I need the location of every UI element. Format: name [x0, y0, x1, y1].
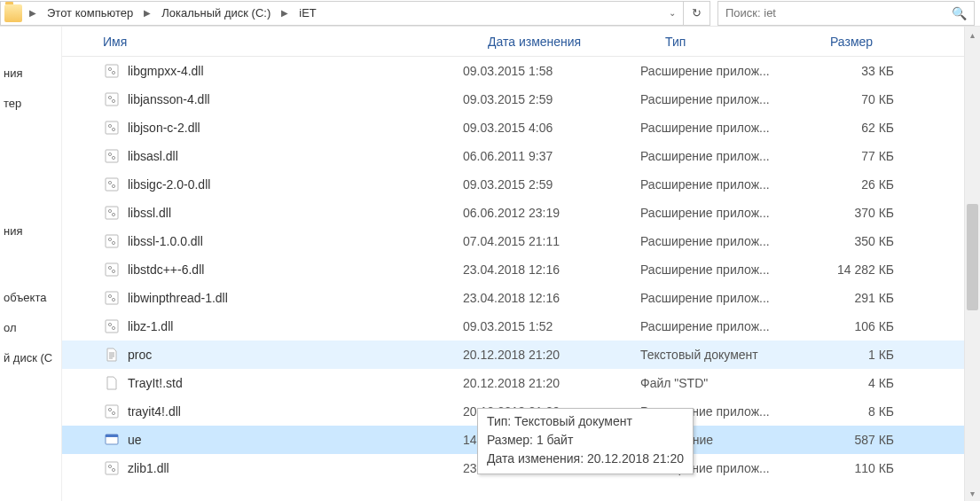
- breadcrumb-local-disk[interactable]: Локальный диск (C:): [154, 2, 278, 25]
- file-row[interactable]: libgmpxx-4.dll09.03.2015 1:58Расширение …: [62, 57, 964, 85]
- file-name: libssl.dll: [128, 206, 171, 220]
- address-bar: ▶ Этот компьютер ▶ Локальный диск (C:) ▶…: [0, 0, 980, 27]
- file-size: 4 КБ: [805, 376, 903, 390]
- column-header-date[interactable]: Дата изменения: [488, 35, 665, 49]
- file-type: Расширение прилож...: [640, 177, 805, 192]
- search-icon[interactable]: 🔍: [952, 6, 967, 20]
- file-date: 20.12.2018 21:20: [463, 348, 640, 362]
- file-row[interactable]: libwinpthread-1.dll23.04.2018 12:16Расши…: [62, 284, 964, 312]
- navigation-pane[interactable]: ния тер ния объекта ол й диск (С: [0, 27, 62, 501]
- column-headers: Имя Дата изменения Тип Размер: [62, 27, 964, 57]
- file-size: 291 КБ: [805, 291, 903, 305]
- dll-icon: [103, 459, 121, 477]
- chevron-right-icon[interactable]: ▶: [140, 8, 154, 18]
- file-type: Файл "STD": [640, 376, 805, 390]
- file-size: 8 КБ: [805, 404, 903, 419]
- file-name: libz-1.dll: [128, 319, 173, 333]
- nav-item[interactable]: й диск (С: [0, 343, 61, 373]
- file-size: 1 КБ: [805, 348, 903, 362]
- file-date: 23.04.2018 12:16: [463, 291, 640, 305]
- folder-icon: [4, 4, 22, 22]
- file-type: Расширение прилож...: [640, 206, 805, 220]
- chevron-right-icon[interactable]: ▶: [278, 8, 292, 18]
- refresh-button[interactable]: ↻: [684, 1, 710, 26]
- file-row[interactable]: libssl-1.0.0.dll07.04.2015 21:11Расширен…: [62, 227, 964, 255]
- svg-rect-9: [106, 150, 118, 162]
- file-type: Расширение прилож...: [640, 92, 805, 106]
- breadcrumb-this-pc[interactable]: Этот компьютер: [40, 2, 140, 25]
- file-list[interactable]: Имя Дата изменения Тип Размер libgmpxx-4…: [62, 27, 964, 501]
- file-row[interactable]: TrayIt!.std20.12.2018 21:20Файл "STD"4 К…: [62, 369, 964, 397]
- file-size: 14 282 КБ: [805, 262, 903, 277]
- file-size: 587 КБ: [805, 433, 903, 447]
- file-date: 23.04.2018 12:16: [463, 262, 640, 277]
- column-header-size[interactable]: Размер: [830, 35, 928, 49]
- file-name: zlib1.dll: [128, 461, 169, 475]
- nav-item[interactable]: тер: [0, 89, 61, 119]
- svg-rect-0: [106, 65, 118, 77]
- file-name: TrayIt!.std: [128, 376, 183, 390]
- txt-icon: [103, 346, 121, 364]
- file-date: 09.03.2015 4:06: [463, 121, 640, 135]
- scroll-down-icon[interactable]: ▾: [965, 485, 980, 501]
- dll-icon: [103, 119, 121, 137]
- file-name: libgmpxx-4.dll: [128, 64, 204, 78]
- file-row[interactable]: libstdc++-6.dll23.04.2018 12:16Расширени…: [62, 255, 964, 284]
- file-size: 70 КБ: [805, 92, 903, 106]
- file-size: 33 КБ: [805, 64, 903, 78]
- file-date: 20.12.2018 21:20: [463, 376, 640, 390]
- search-input[interactable]: [725, 6, 952, 20]
- chevron-right-icon[interactable]: ▶: [26, 8, 40, 18]
- scrollbar-thumb[interactable]: [967, 204, 978, 310]
- file-row[interactable]: proc20.12.2018 21:20Текстовый документ1 …: [62, 341, 964, 369]
- dll-icon: [103, 317, 121, 335]
- vertical-scrollbar[interactable]: ▴ ▾: [964, 27, 980, 501]
- file-date: 09.03.2015 2:59: [463, 92, 640, 106]
- file-size: 370 КБ: [805, 206, 903, 220]
- tooltip: Тип: Текстовый документ Размер: 1 байт Д…: [477, 408, 694, 474]
- file-name: libjson-c-2.dll: [128, 121, 200, 135]
- dll-icon: [103, 232, 121, 250]
- file-type: Текстовый документ: [640, 348, 805, 362]
- svg-rect-24: [106, 292, 118, 304]
- dll-icon: [103, 147, 121, 165]
- column-header-name[interactable]: Имя: [103, 35, 488, 49]
- svg-rect-21: [106, 263, 118, 276]
- file-date: 06.06.2011 9:37: [463, 149, 640, 163]
- tooltip-line: Дата изменения: 20.12.2018 21:20: [487, 450, 684, 468]
- dll-icon: [103, 289, 121, 307]
- column-header-type[interactable]: Тип: [665, 35, 830, 49]
- breadcrumb-iet[interactable]: iET: [292, 2, 324, 25]
- file-row[interactable]: libssl.dll06.06.2012 23:19Расширение при…: [62, 199, 964, 227]
- dll-icon: [103, 261, 121, 278]
- breadcrumb[interactable]: ▶ Этот компьютер ▶ Локальный диск (C:) ▶…: [0, 1, 684, 26]
- file-name: ue: [128, 433, 142, 447]
- scroll-up-icon[interactable]: ▴: [965, 27, 980, 43]
- file-row[interactable]: libsigc-2.0-0.dll09.03.2015 2:59Расширен…: [62, 170, 964, 199]
- file-size: 350 КБ: [805, 234, 903, 248]
- tooltip-line: Тип: Текстовый документ: [487, 412, 684, 431]
- nav-item[interactable]: ния: [0, 59, 61, 89]
- svg-rect-6: [106, 121, 118, 134]
- dll-icon: [103, 62, 121, 80]
- search-box[interactable]: 🔍: [717, 1, 975, 26]
- file-row[interactable]: libsasl.dll06.06.2011 9:37Расширение при…: [62, 142, 964, 170]
- file-type: Расширение прилож...: [640, 291, 805, 305]
- file-date: 07.04.2015 21:11: [463, 234, 640, 248]
- file-type: Расширение прилож...: [640, 319, 805, 333]
- svg-rect-35: [106, 462, 118, 474]
- chevron-down-icon[interactable]: ⌄: [662, 8, 683, 18]
- dll-icon: [103, 403, 121, 420]
- file-name: proc: [128, 348, 152, 362]
- file-row[interactable]: libjansson-4.dll09.03.2015 2:59Расширени…: [62, 85, 964, 114]
- file-name: libwinpthread-1.dll: [128, 291, 228, 305]
- nav-item[interactable]: ол: [0, 313, 61, 343]
- file-date: 09.03.2015 2:59: [463, 177, 640, 192]
- exe-icon: [103, 431, 121, 449]
- file-size: 106 КБ: [805, 319, 903, 333]
- file-row[interactable]: libjson-c-2.dll09.03.2015 4:06Расширение…: [62, 114, 964, 142]
- nav-item[interactable]: ния: [0, 216, 61, 247]
- file-row[interactable]: libz-1.dll09.03.2015 1:52Расширение прил…: [62, 312, 964, 341]
- svg-rect-34: [106, 434, 118, 437]
- nav-item[interactable]: объекта: [0, 283, 61, 313]
